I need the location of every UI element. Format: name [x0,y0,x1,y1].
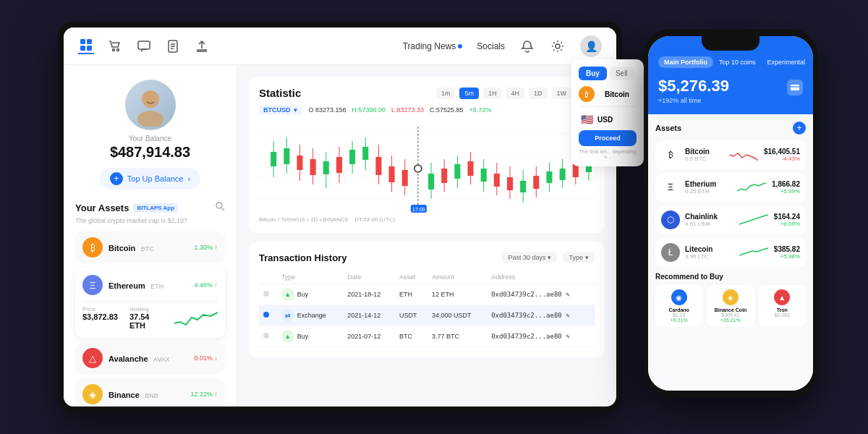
buy-tab[interactable]: Buy [579,67,607,80]
asset-item-ethereum[interactable]: Ξ Ethereum ETH 4.46% ↑ Price $3,872.83 [75,268,225,338]
row-dot [263,291,269,297]
time-btn-4h[interactable]: 4H [506,88,524,99]
tx-address: 0xd034739c2...ae80 ✎ [487,305,595,326]
recommend-items: ◉ Cardano $1.23 +6.21% ◈ Binance Coin $3… [655,285,806,327]
phone-ethereum-price: 1,866.82 +5.99% [772,180,800,195]
tx-asset: ETH [395,284,427,305]
user-balance-section: Your Balance $487,914.83 + Top Up Balanc… [75,80,225,190]
avalanche-icon: △ [82,348,103,368]
svg-rect-3 [87,46,92,51]
user-avatar[interactable]: 👤 [580,35,602,57]
svg-rect-6 [138,41,150,49]
phone-litecoin-icon: Ł [661,243,680,262]
top-up-button[interactable]: + Top Up Balance › [100,168,200,190]
trading-news-link[interactable]: Trading News [403,41,463,51]
buy-bitcoin-name: Bitcoin [605,90,629,98]
upload-icon[interactable] [194,38,210,54]
tx-asset: BTC [395,326,427,347]
recommend-binance-coin[interactable]: ◈ Binance Coin $309.41 +26.21% [707,285,754,327]
phone-card-icon[interactable] [787,80,803,95]
grid-icon[interactable] [78,38,94,54]
time-btn-1d[interactable]: 1D [529,88,548,99]
phone-asset-litecoin[interactable]: Ł Litecoin 3.96 LTC $385.82 +5.98% [655,238,806,267]
settings-icon[interactable] [550,38,566,54]
past-30-days-filter[interactable]: Past 30 days ▾ [502,252,557,263]
phone-body: Assets + ₿ Bitcoin 0.5 BTC $16,405.51 [648,114,813,391]
ethereum-row-top: Ξ Ethereum ETH 4.46% ↑ [82,275,218,295]
tablet-nav-right: Trading News Socials [403,35,602,57]
phone-tab-experimental[interactable]: Experimental [762,56,812,68]
phone-add-button[interactable]: + [793,122,806,135]
svg-rect-66 [560,169,566,180]
asset-item-bitcoin[interactable]: ₿ Bitcoin BTC 1.30% ↑ [75,231,225,263]
svg-point-5 [117,48,119,51]
tablet-header: Trading News Socials [64,27,616,65]
balance-label: Your Balance [129,135,171,142]
phone: Main Portfolio Top 10 coins Experimental… [644,29,817,398]
phone-tab-main[interactable]: Main Portfolio [658,56,713,68]
asset-item-avalanche[interactable]: △ Avalanche AVAX 0.01% ↓ [75,342,225,374]
tx-amount: 12 ETH [427,284,487,305]
time-btn-5m[interactable]: 5m [459,88,479,99]
phone-chainlink-icon: ⬡ [661,210,680,229]
time-btn-1m[interactable]: 1m [436,88,456,99]
buy-bitcoin-icon: ₿ [579,86,595,102]
usd-label: USD [597,116,613,124]
transaction-section: Transaction History Past 30 days ▾ Type … [249,242,605,357]
binance-change: 12.22% ↑ [190,391,218,398]
tx-col-amount: Amount [427,271,487,284]
asset-item-binance[interactable]: ◈ Binance BNB 12.22% ↑ [75,378,225,407]
tron-icon: ▲ [774,289,790,305]
document-icon[interactable] [165,38,181,54]
phone-ethereum-icon: Ξ [661,178,680,197]
svg-point-13 [137,111,163,127]
type-filter[interactable]: Type ▾ [563,252,595,263]
tx-type-buy: ▲ Buy [281,288,309,301]
socials-link[interactable]: Socials [477,41,505,51]
phone-asset-bitcoin[interactable]: ₿ Bitcoin 0.5 BTC $16,405.51 -4.43% [655,140,806,169]
tx-address: 0xd034739c2...ae80 ✎ [487,326,595,347]
tx-col-type: Type [277,271,343,284]
tx-amount: 34,000 USDT [427,305,487,326]
phone-asset-chainlink[interactable]: ⬡ Chainlink 4.61 LINK $164.24 +8.09% [655,205,806,234]
statistic-title: Statistic [259,87,301,99]
phone-asset-ethereum[interactable]: Ξ Etherium 0.25 ETH 1,866.82 +5.99% [655,173,806,202]
svg-rect-28 [310,159,316,175]
recommend-tron[interactable]: ▲ Tron $0.060 [759,285,806,327]
buy-icon-2: ▲ [281,330,294,343]
table-row[interactable]: ▲ Buy 2021-07-12 BTC 3.77 BTC 0xd034739c… [259,326,595,347]
proceed-button[interactable]: Proceed [579,130,637,146]
time-btn-1w[interactable]: 1W [552,88,572,99]
sell-tab[interactable]: Sell [610,67,634,80]
svg-point-44 [414,165,422,172]
buy-bitcoin-item: ₿ Bitcoin [579,86,637,102]
svg-line-16 [221,208,224,210]
phone-ethereum-info: Etherium 0.25 ETH [685,180,737,195]
phone-notch [702,36,760,51]
svg-rect-38 [375,157,381,175]
cart-icon[interactable] [107,38,123,54]
phone-tab-top10[interactable]: Top 10 coins [713,56,762,68]
svg-rect-52 [467,161,473,176]
svg-rect-34 [349,150,355,164]
ethereum-mini-chart [174,309,218,331]
svg-rect-32 [336,157,342,173]
user-large-avatar [125,80,176,130]
phone-litecoin-info: Litecoin 3.96 LTC [685,245,739,260]
tx-address: 0xd034739c2...ae80 ✎ [487,284,595,305]
svg-rect-74 [791,86,799,88]
bell-icon[interactable] [519,38,535,54]
bitlaps-badge: BITLAPS App [133,203,178,213]
tx-type-exchange: ⇄ Exchange [281,309,326,322]
chat-icon[interactable] [136,38,152,54]
assets-title: Your Assets BITLAPS App [75,203,178,213]
tx-filters: Past 30 days ▾ Type ▾ [502,252,595,263]
recommend-cardano[interactable]: ◉ Cardano $1.23 +6.21% [655,285,702,327]
tablet-nav-left [78,38,210,54]
svg-rect-22 [271,152,276,166]
table-row[interactable]: ⇄ Exchange 2021-14-12 USDT 34,000 USDT 0… [259,305,595,326]
time-btn-1h[interactable]: 1H [483,88,502,99]
table-row[interactable]: ▲ Buy 2021-18-12 ETH 12 ETH 0xd034739c2.… [259,284,595,305]
btcusd-tag[interactable]: BTCUSD ▼ [259,105,302,115]
search-icon[interactable] [215,201,225,214]
